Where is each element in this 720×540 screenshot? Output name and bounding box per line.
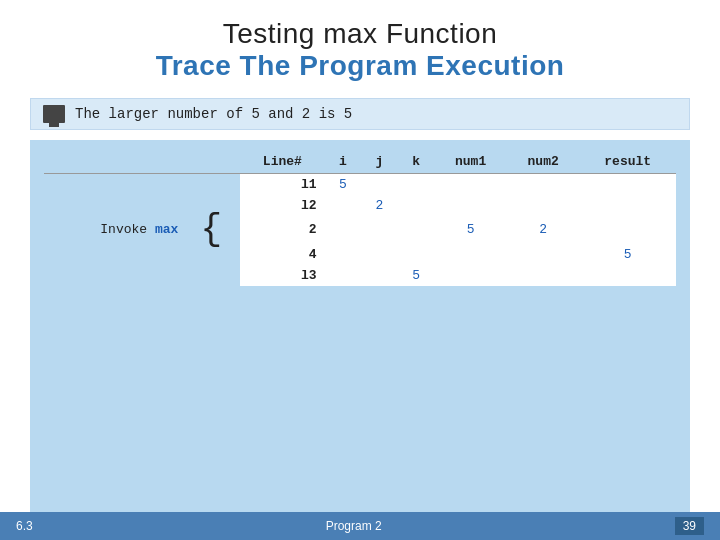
brace-cell <box>182 265 240 286</box>
title-area: Testing max Function Trace The Program E… <box>0 0 720 90</box>
cell-line: l1 <box>240 174 325 196</box>
cell-j <box>361 244 398 265</box>
cell-result <box>579 174 676 196</box>
cell-num2 <box>507 265 580 286</box>
th-num2: num2 <box>507 150 580 174</box>
cell-i <box>325 195 362 216</box>
cell-num1 <box>434 265 507 286</box>
title-line2: Trace The Program Execution <box>20 50 700 82</box>
th-empty1 <box>44 150 182 174</box>
th-result: result <box>579 150 676 174</box>
invoke-text: Invoke <box>100 222 147 237</box>
cell-j <box>361 265 398 286</box>
cell-j <box>361 174 398 196</box>
invoke-label-cell: Invoke max <box>44 216 182 244</box>
invoke-label-cell <box>44 174 182 196</box>
th-line: Line# <box>240 150 325 174</box>
cell-result <box>579 265 676 286</box>
cell-result: 5 <box>579 244 676 265</box>
th-empty2 <box>182 150 240 174</box>
th-i: i <box>325 150 362 174</box>
trace-table: Line# i j k num1 num2 result l1 5 <box>44 150 676 286</box>
cell-num1 <box>434 244 507 265</box>
cell-line: 4 <box>240 244 325 265</box>
invoke-label-cell <box>44 244 182 265</box>
footer-center: Program 2 <box>326 519 382 533</box>
slide: Testing max Function Trace The Program E… <box>0 0 720 540</box>
cell-line: l3 <box>240 265 325 286</box>
cell-num1: 5 <box>434 216 507 244</box>
cell-j <box>361 216 398 244</box>
output-text: The larger number of 5 and 2 is 5 <box>75 106 352 122</box>
cell-i: 5 <box>325 174 362 196</box>
cell-num2: 2 <box>507 216 580 244</box>
cell-num1 <box>434 195 507 216</box>
cell-i <box>325 216 362 244</box>
cell-result <box>579 216 676 244</box>
cell-k <box>398 244 435 265</box>
cell-num2 <box>507 174 580 196</box>
cell-num2 <box>507 195 580 216</box>
cell-num2 <box>507 244 580 265</box>
invoke-label-cell <box>44 195 182 216</box>
table-row: 4 5 <box>44 244 676 265</box>
footer: 6.3 Program 2 39 <box>0 512 720 540</box>
output-bar: The larger number of 5 and 2 is 5 <box>30 98 690 130</box>
brace-cell <box>182 174 240 196</box>
footer-right: 39 <box>675 517 704 535</box>
cell-j: 2 <box>361 195 398 216</box>
cell-k <box>398 174 435 196</box>
cell-i <box>325 265 362 286</box>
th-j: j <box>361 150 398 174</box>
th-num1: num1 <box>434 150 507 174</box>
table-row: l3 5 <box>44 265 676 286</box>
cell-k <box>398 216 435 244</box>
table-row: Invoke max { 2 5 2 <box>44 216 676 244</box>
table-row: l2 2 <box>44 195 676 216</box>
table-row: l1 5 <box>44 174 676 196</box>
monitor-icon <box>43 105 65 123</box>
footer-left: 6.3 <box>16 519 33 533</box>
cell-i <box>325 244 362 265</box>
th-k: k <box>398 150 435 174</box>
cell-k <box>398 195 435 216</box>
cell-line: l2 <box>240 195 325 216</box>
table-header-row: Line# i j k num1 num2 result <box>44 150 676 174</box>
invoke-label-cell <box>44 265 182 286</box>
cell-num1 <box>434 174 507 196</box>
table-container: Line# i j k num1 num2 result l1 5 <box>30 140 690 536</box>
brace-open: { <box>182 216 240 244</box>
cell-result <box>579 195 676 216</box>
title-line1: Testing max Function <box>20 18 700 50</box>
invoke-max: max <box>155 222 178 237</box>
cell-k: 5 <box>398 265 435 286</box>
cell-line: 2 <box>240 216 325 244</box>
